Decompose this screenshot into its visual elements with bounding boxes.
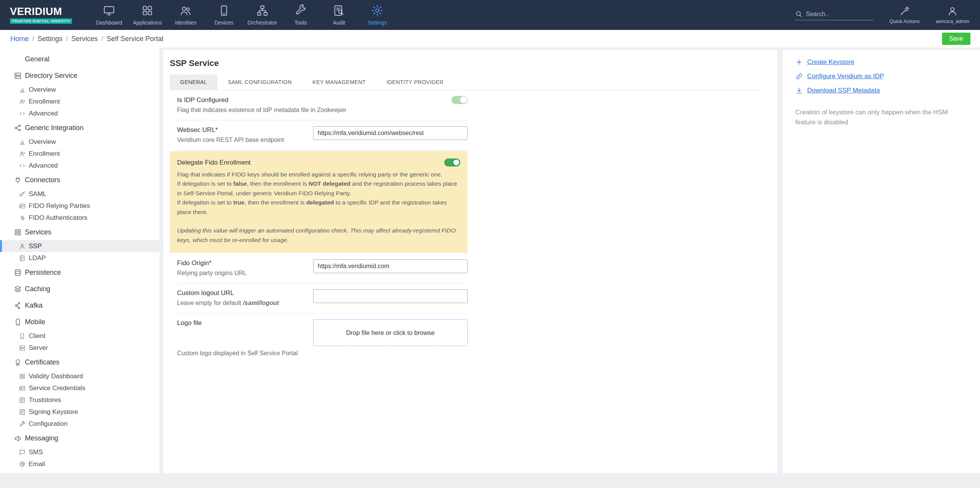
link-icon bbox=[795, 73, 803, 80]
panel-link-label: Configure Veridium as IDP bbox=[807, 73, 884, 80]
sidebar-item-sms[interactable]: SMS bbox=[0, 446, 159, 458]
tab-identity-provider[interactable]: IDENTITY PROVIDER bbox=[376, 74, 454, 90]
sidebar-item-services[interactable]: Services bbox=[0, 224, 159, 240]
sidebar-item-advanced[interactable]: Advanced bbox=[0, 107, 159, 119]
sidebar-item-label: Enrollment bbox=[29, 97, 60, 106]
sidebar-item-truststores[interactable]: Truststores bbox=[0, 394, 159, 406]
nav-dashboard[interactable]: Dashboard bbox=[90, 0, 128, 30]
primary-nav: DashboardApplicationsIdentitiesDevicesOr… bbox=[90, 0, 396, 30]
services-grid-icon bbox=[19, 373, 26, 380]
sidebar-item-label: Messaging bbox=[25, 434, 58, 442]
sidebar-item-caching[interactable]: Caching bbox=[0, 281, 159, 297]
search-input[interactable] bbox=[806, 11, 873, 18]
sidebar-item-label: Truststores bbox=[29, 396, 61, 404]
sidebar-item-label: Persistence bbox=[25, 269, 61, 277]
apps-grid-icon bbox=[141, 4, 154, 17]
panel-link-label: Download SSP Metadata bbox=[807, 87, 880, 94]
sidebar-item-advanced[interactable]: Advanced bbox=[0, 160, 159, 171]
sidebar-item-directory-service[interactable]: Directory Service bbox=[0, 68, 159, 84]
ssp-general-form: Is IDP Configured Flag that indicates ex… bbox=[177, 90, 468, 363]
sidebar-item-signing-keystore[interactable]: Signing Keystore bbox=[0, 406, 159, 418]
nav-tools[interactable]: Tools bbox=[281, 0, 320, 30]
topbar-right: Quick Actions aencica_admin bbox=[795, 6, 969, 24]
database-icon bbox=[14, 269, 22, 277]
list-icon bbox=[19, 397, 26, 404]
websec-url-input[interactable] bbox=[313, 126, 468, 140]
sidebar-item-server[interactable]: Server bbox=[0, 342, 159, 354]
nav-applications[interactable]: Applications bbox=[128, 0, 166, 30]
logo-tagline: TRUSTED DIGITAL IDENTITY bbox=[10, 18, 72, 24]
sidebar-item-mobile[interactable]: Mobile bbox=[0, 314, 159, 330]
mobile-icon bbox=[14, 318, 22, 326]
sidebar-item-messaging[interactable]: Messaging bbox=[0, 430, 159, 446]
crumb-services[interactable]: Services bbox=[71, 35, 98, 43]
sidebar-item-label: Directory Service bbox=[25, 72, 77, 80]
nav-devices[interactable]: Devices bbox=[205, 0, 243, 30]
sidebar-item-certificates[interactable]: Certificates bbox=[0, 354, 159, 370]
nav-orchestrator[interactable]: Orchestrator bbox=[243, 0, 281, 30]
sidebar-item-overview[interactable]: Overview bbox=[0, 136, 159, 148]
ssp-service-panel: SSP Service GENERALSAML CONFIGURATIONKEY… bbox=[163, 50, 777, 473]
megaphone-icon bbox=[14, 434, 22, 442]
logo-dropzone[interactable]: Drop file here or click to browse bbox=[313, 319, 468, 346]
tools-icon bbox=[294, 4, 307, 17]
save-button[interactable]: Save bbox=[942, 33, 970, 45]
sidebar-item-client[interactable]: Client bbox=[0, 330, 159, 342]
veridium-logo[interactable]: VERIDIUM TRUSTED DIGITAL IDENTITY bbox=[10, 7, 72, 24]
global-search[interactable] bbox=[795, 10, 873, 20]
tab-saml-configuration[interactable]: SAML CONFIGURATION bbox=[217, 74, 302, 90]
list-icon bbox=[19, 409, 26, 415]
tab-key-management[interactable]: KEY MANAGEMENT bbox=[302, 74, 376, 90]
sidebar-item-configuration[interactable]: Configuration bbox=[0, 418, 159, 430]
sidebar-item-ldap[interactable]: LDAP bbox=[0, 252, 159, 264]
settings-sidebar: GeneralDirectory ServiceOverviewEnrollme… bbox=[0, 48, 159, 473]
sidebar-item-label: SSP bbox=[29, 242, 42, 250]
crumb-home[interactable]: Home bbox=[10, 35, 29, 43]
sidebar-item-label: SMS bbox=[29, 448, 43, 456]
is-idp-configured-row: Is IDP Configured Flag that indicates ex… bbox=[177, 90, 468, 120]
breadcrumb-separator: / bbox=[66, 35, 68, 43]
sidebar-item-saml[interactable]: SAML bbox=[0, 188, 159, 200]
sidebar-item-email[interactable]: Email bbox=[0, 458, 159, 470]
device-icon bbox=[19, 333, 26, 340]
fingerprint-icon bbox=[19, 214, 26, 221]
download-ssp-metadata-link[interactable]: Download SSP Metadata bbox=[795, 87, 966, 94]
crumb-settings[interactable]: Settings bbox=[38, 35, 62, 43]
sidebar-item-connectors[interactable]: Connectors bbox=[0, 172, 159, 188]
nav-identities[interactable]: Identities bbox=[166, 0, 205, 30]
sidebar-item-label: Signing Keystore bbox=[29, 408, 78, 416]
id-card-icon bbox=[19, 385, 26, 392]
person-icon bbox=[19, 243, 26, 250]
sidebar-item-service-credentials[interactable]: Service Credentials bbox=[0, 382, 159, 394]
user-menu[interactable]: aencica_admin bbox=[936, 6, 969, 24]
sidebar-item-persistence[interactable]: Persistence bbox=[0, 265, 159, 280]
delegate-fido-toggle[interactable] bbox=[444, 158, 460, 167]
code-icon bbox=[19, 110, 26, 117]
custom-logout-input[interactable] bbox=[313, 289, 468, 303]
nav-settings[interactable]: Settings bbox=[358, 0, 396, 30]
sidebar-item-enrollment[interactable]: Enrollment bbox=[0, 96, 159, 107]
create-keystore-link[interactable]: Create Keystore bbox=[795, 58, 966, 66]
quick-actions-button[interactable]: Quick Actions bbox=[890, 6, 920, 24]
sidebar-item-enrollment[interactable]: Enrollment bbox=[0, 148, 159, 160]
keystore-actions-panel: Create KeystoreConfigure Veridium as IDP… bbox=[783, 50, 980, 473]
sidebar-item-kafka[interactable]: Kafka bbox=[0, 298, 159, 313]
sidebar-item-label: Caching bbox=[25, 285, 50, 293]
sidebar-item-fido-relying-parties[interactable]: FIDO Relying Parties bbox=[0, 200, 159, 212]
fido-origin-input[interactable] bbox=[313, 259, 468, 273]
sidebar-item-label: Overview bbox=[29, 86, 56, 94]
is-idp-configured-toggle[interactable] bbox=[451, 96, 468, 104]
configure-veridium-as-idp-link[interactable]: Configure Veridium as IDP bbox=[795, 73, 966, 80]
code-icon bbox=[19, 162, 26, 169]
nav-label: Devices bbox=[215, 20, 234, 26]
sidebar-item-fido-authenticators[interactable]: FIDO Authenticators bbox=[0, 212, 159, 224]
sidebar-item-validity-dashboard[interactable]: Validity Dashboard bbox=[0, 370, 159, 382]
sidebar-item-generic-integration[interactable]: Generic Integration bbox=[0, 120, 159, 136]
sidebar-item-general[interactable]: General bbox=[0, 51, 159, 67]
logo-file-label: Logo file bbox=[177, 319, 202, 327]
sidebar-item-overview[interactable]: Overview bbox=[0, 84, 159, 96]
divider bbox=[177, 150, 468, 150]
nav-audit[interactable]: Audit bbox=[320, 0, 358, 30]
sidebar-item-ssp[interactable]: SSP bbox=[0, 240, 159, 252]
tab-general[interactable]: GENERAL bbox=[170, 74, 217, 90]
